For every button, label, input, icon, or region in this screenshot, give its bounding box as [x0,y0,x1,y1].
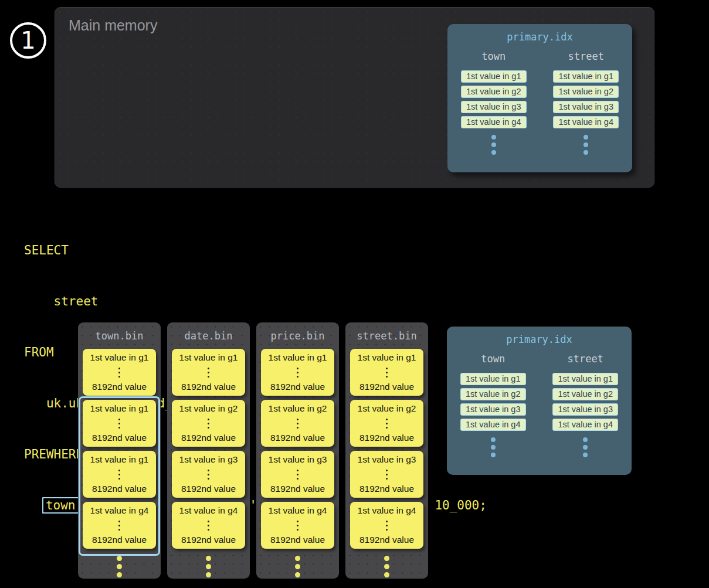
column-header-street: street [568,353,603,365]
granule-ellipsis-icon [118,521,120,531]
primary-index-title: primary.idx [447,327,632,345]
step-number: 1 [21,27,35,54]
index-entry-chip: 1st value in g3 [553,101,619,113]
granule-card: 1st value in g3 8192nd value [350,451,423,498]
granule-last-value: 8192nd value [181,484,236,494]
ellipsis-dots-icon [584,135,588,155]
granule-card: 1st value in g1 8192nd value [350,349,423,396]
granule-last-value: 8192nd value [92,484,147,494]
granule-card: 1st value in g1 8192nd value [83,400,156,447]
index-entry-chip: 1st value in g1 [552,373,618,385]
granule-card: 1st value in g4 8192nd value [261,502,334,549]
granule-first-value: 1st value in g3 [358,454,416,465]
granule-ellipsis-icon [386,419,388,429]
granule-last-value: 8192nd value [92,382,147,392]
ellipsis-dots-icon [491,135,496,155]
main-memory-panel: Main memory primary.idx town 1st value i… [55,7,654,188]
granule-last-value: 8192nd value [181,535,236,545]
sql-line: street [24,293,487,310]
granule-card: 1st value in g3 8192nd value [261,451,334,498]
ellipsis-dots-icon [583,437,588,457]
bin-file-title: price.bin [256,322,339,342]
granule-last-value: 8192nd value [92,535,147,545]
ellipsis-dots-icon [345,556,428,577]
index-entry-chip: 1st value in g2 [553,86,619,98]
granule-last-value: 8192nd value [270,433,325,443]
index-entry-chip: 1st value in g3 [461,101,527,113]
granule-last-value: 8192nd value [270,484,325,494]
index-entry-chip: 1st value in g3 [460,403,526,416]
index-entry-chip: 1st value in g1 [553,70,619,83]
granule-card: 1st value in g4 8192nd value [83,502,156,549]
granule-first-value: 1st value in g1 [358,352,416,363]
granule-first-value: 1st value in g2 [269,403,327,414]
column-header-town: town [481,50,506,62]
granule-ellipsis-icon [297,368,298,378]
bin-file-date: date.bin 1st value in g1 8192nd value 1s… [167,322,250,579]
granule-card: 1st value in g3 8192nd value [172,451,245,498]
index-entry-chip: 1st value in g4 [460,419,526,431]
index-column-town: town 1st value in g1 1st value in g2 1st… [447,50,540,155]
granule-ellipsis-icon [208,368,209,378]
index-column-street: street 1st value in g1 1st value in g2 1… [540,353,632,457]
granule-first-value: 1st value in g4 [358,505,416,516]
diagram-canvas: 1 Main memory primary.idx town 1st value… [0,0,709,588]
granule-last-value: 8192nd value [181,433,236,443]
bin-file-title: street.bin [345,322,428,342]
granule-last-value: 8192nd value [359,433,414,443]
index-entry-chip: 1st value in g1 [461,70,527,83]
index-column-town: town 1st value in g1 1st value in g2 1st… [447,353,540,457]
granule-card: 1st value in g1 8192nd value [83,451,156,498]
granule-last-value: 8192nd value [181,382,236,392]
bin-file-price: price.bin 1st value in g1 8192nd value 1… [256,322,339,579]
granule-first-value: 1st value in g3 [269,454,327,465]
bin-file-town: town.bin 1st value in g1 8192nd value 1s… [78,322,161,579]
index-entry-chip: 1st value in g2 [460,388,526,400]
granule-first-value: 1st value in g4 [179,505,238,516]
granule-last-value: 8192nd value [270,535,325,545]
primary-index-columns: town 1st value in g1 1st value in g2 1st… [447,353,632,457]
granule-card: 1st value in g2 8192nd value [261,400,334,447]
index-entry-chip: 1st value in g4 [552,419,618,431]
index-entry-chip: 1st value in g4 [553,116,619,128]
granule-card: 1st value in g4 8192nd value [172,502,245,549]
granule-ellipsis-icon [118,419,120,429]
index-column-street: street 1st value in g1 1st value in g2 1… [540,50,633,155]
primary-index-panel-top: primary.idx town 1st value in g1 1st val… [447,24,632,172]
granule-ellipsis-icon [386,470,388,480]
index-entry-chip: 1st value in g4 [461,116,527,128]
index-entry-chip: 1st value in g2 [552,388,618,400]
granule-ellipsis-icon [208,470,209,480]
granule-last-value: 8192nd value [92,433,147,443]
granule-first-value: 1st value in g4 [269,505,327,516]
granule-last-value: 8192nd value [270,382,325,392]
granule-card: 1st value in g4 8192nd value [350,502,423,549]
granule-card: 1st value in g2 8192nd value [172,400,245,447]
granule-first-value: 1st value in g1 [179,352,238,363]
granule-first-value: 1st value in g1 [90,352,149,363]
granule-card: 1st value in g1 8192nd value [172,349,245,396]
main-memory-title: Main memory [69,17,157,34]
granule-ellipsis-icon [208,521,209,531]
granule-first-value: 1st value in g1 [269,352,327,363]
granule-card: 1st value in g1 8192nd value [261,349,334,396]
granule-ellipsis-icon [118,470,120,480]
granule-ellipsis-icon [118,368,120,378]
granule-last-value: 8192nd value [359,535,414,545]
granule-card: 1st value in g2 8192nd value [350,400,423,447]
granule-last-value: 8192nd value [359,484,414,494]
bin-file-title: date.bin [167,322,250,342]
granule-first-value: 1st value in g3 [179,454,238,465]
ellipsis-dots-icon [491,437,496,457]
column-header-town: town [481,353,505,365]
primary-index-panel-bottom: primary.idx town 1st value in g1 1st val… [447,327,632,475]
sql-line: SELECT [24,242,487,259]
index-entry-chip: 1st value in g1 [460,373,526,385]
granule-first-value: 1st value in g2 [358,403,416,414]
granule-first-value: 1st value in g1 [90,454,149,465]
ellipsis-dots-icon [78,556,161,577]
column-header-street: street [568,50,604,62]
granule-ellipsis-icon [386,521,388,531]
granule-last-value: 8192nd value [359,382,414,392]
index-entry-chip: 1st value in g2 [461,86,527,98]
